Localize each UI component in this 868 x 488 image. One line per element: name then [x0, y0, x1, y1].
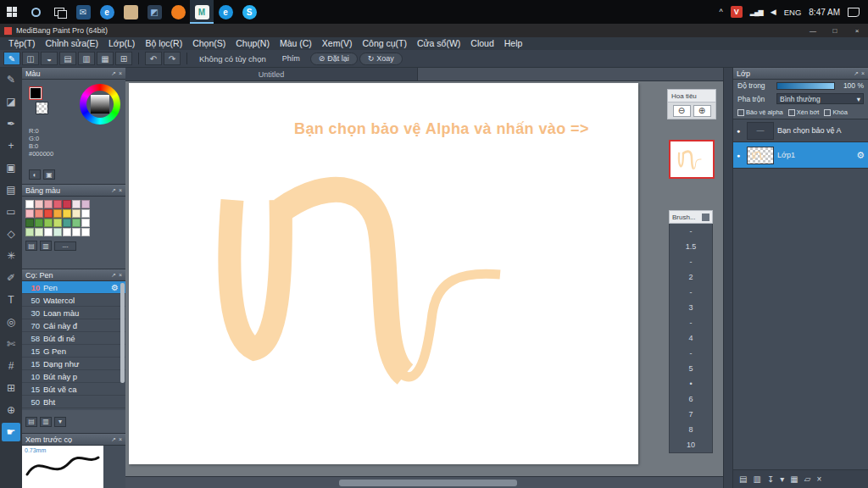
eraser-tool[interactable]: ◪: [2, 92, 20, 111]
taskbar-app-skype[interactable]: S: [237, 0, 261, 24]
palette-swatch[interactable]: [81, 200, 90, 208]
palette-swatch[interactable]: [81, 209, 90, 218]
grid-tool[interactable]: ⊞: [2, 379, 20, 397]
brush-item[interactable]: 30Loan màu: [22, 307, 125, 319]
float-panel-icon[interactable]: ↗: [111, 436, 116, 443]
palette-mode[interactable]: ◐: [29, 169, 41, 180]
maximize-button[interactable]: □: [824, 24, 846, 37]
grid-button[interactable]: ⊞: [115, 52, 132, 65]
rotate-button[interactable]: ↻ Xoay: [359, 53, 403, 65]
brush-options-button[interactable]: ✎: [3, 52, 20, 65]
menu-item[interactable]: Bộ lọc(R): [140, 37, 187, 50]
duplicate-layer-button[interactable]: ▥: [753, 474, 760, 484]
close-panel-icon[interactable]: ×: [119, 187, 122, 193]
redo-button[interactable]: ↷: [164, 52, 181, 65]
brush-menu[interactable]: ▾: [54, 417, 66, 427]
select-pen-tool[interactable]: ✐: [2, 269, 20, 287]
save-button[interactable]: ◫: [22, 52, 39, 65]
brush-size-option[interactable]: 6: [670, 391, 712, 407]
palette-swatch[interactable]: [63, 200, 71, 208]
foreground-color-chip[interactable]: [29, 86, 42, 100]
close-panel-icon[interactable]: ×: [119, 272, 122, 278]
comment-button[interactable]: ◒: [41, 52, 58, 65]
brush-settings-icon[interactable]: ⚙: [111, 283, 119, 292]
brush-size-option[interactable]: 3: [670, 300, 712, 315]
merge-layer-button[interactable]: ▾: [780, 474, 784, 484]
palette-swatch[interactable]: [25, 209, 34, 218]
menu-item[interactable]: Chọn(S): [187, 37, 231, 50]
saturation-square[interactable]: [91, 95, 109, 114]
close-panel-icon[interactable]: ×: [119, 436, 122, 442]
scissors-tool[interactable]: ✄: [2, 335, 20, 353]
palette-swatch[interactable]: [63, 209, 71, 218]
palette-swatch[interactable]: [35, 209, 43, 218]
layer-settings-icon[interactable]: ⚙: [856, 150, 865, 161]
undo-button[interactable]: ↶: [145, 52, 162, 65]
menu-item[interactable]: Cloud: [465, 37, 498, 50]
close-panel-icon[interactable]: ×: [119, 70, 122, 76]
menu-item[interactable]: Chụp(N): [231, 37, 275, 50]
palette-swatch[interactable]: [53, 200, 62, 208]
background-color-chip[interactable]: [36, 102, 48, 114]
menu-item[interactable]: Màu (C): [275, 37, 317, 50]
brush-item[interactable]: 15G Pen: [22, 345, 125, 358]
brush-list-scrollbar[interactable]: [120, 283, 125, 383]
eyedropper-tool[interactable]: ◎: [2, 313, 20, 331]
brush-size-option[interactable]: -: [670, 254, 712, 269]
key-button[interactable]: Phím: [274, 53, 309, 65]
brush-size-option[interactable]: -: [670, 315, 712, 330]
reset-button[interactable]: ⊘ Đặt lại: [310, 53, 358, 65]
palette-swatch[interactable]: [25, 219, 34, 227]
text-tool[interactable]: T: [2, 291, 20, 309]
new-layer-button[interactable]: ▤: [739, 474, 747, 484]
dock-divider[interactable]: [723, 68, 733, 488]
panel-scroll-button[interactable]: [702, 214, 709, 221]
magic-wand-tool[interactable]: ✳: [2, 247, 20, 265]
brush-item[interactable]: 15Bút vẽ ca: [22, 383, 125, 396]
taskbar-app-firefox[interactable]: [166, 0, 190, 24]
add-swatch[interactable]: ▤: [25, 241, 37, 251]
palette-swatch[interactable]: [81, 228, 90, 236]
brush-item[interactable]: 10Pen⚙: [22, 281, 125, 294]
add-brush[interactable]: ▤: [25, 417, 37, 427]
clipping-checkbox[interactable]: Xén bớt: [788, 108, 820, 116]
brush-item[interactable]: 10Bút này p: [22, 370, 125, 383]
material-button[interactable]: ▦: [790, 474, 798, 484]
menu-item[interactable]: Help: [499, 37, 528, 50]
palette-swatch[interactable]: [63, 219, 71, 227]
palette-swatch[interactable]: [25, 200, 34, 208]
picker-mode[interactable]: ▣: [43, 169, 55, 180]
palette-swatch[interactable]: [72, 228, 81, 236]
layer-visibility-toggle[interactable]: ●: [737, 128, 743, 134]
navigator-preview[interactable]: [669, 140, 715, 179]
palette-swatch[interactable]: [53, 209, 62, 218]
brush-tool[interactable]: ✎: [2, 70, 20, 89]
brush-size-option[interactable]: -: [670, 346, 712, 361]
document-tab[interactable]: Untitled: [125, 68, 418, 80]
task-view-button[interactable]: [47, 0, 71, 24]
layout-left-button[interactable]: ▤: [59, 52, 76, 65]
palette-swatch[interactable]: [44, 200, 53, 208]
brush-size-option[interactable]: 1.5: [670, 239, 712, 254]
taskbar-app-file-explorer[interactable]: [119, 0, 142, 24]
gradient-tool[interactable]: ▤: [2, 180, 20, 199]
layer-row[interactable]: ●Lớp1⚙: [733, 142, 868, 169]
menu-item[interactable]: Cửa sổ(W): [412, 37, 465, 50]
opacity-slider[interactable]: [776, 82, 835, 90]
search-button[interactable]: [24, 0, 47, 24]
lock-checkbox[interactable]: Khóa: [824, 108, 848, 116]
taskbar-app-edge[interactable]: e: [214, 0, 237, 24]
palette-swatch[interactable]: [53, 228, 62, 236]
palette-swatch[interactable]: [72, 200, 81, 208]
brush-item[interactable]: 70Cải này đ: [22, 319, 125, 332]
tray-app-badge[interactable]: V: [731, 6, 743, 18]
palette-swatch[interactable]: [44, 219, 53, 227]
select-rect-tool[interactable]: ▭: [2, 202, 20, 221]
zoom-out-button[interactable]: ⊖: [673, 105, 691, 117]
palette-swatch[interactable]: [35, 228, 43, 236]
folder-button[interactable]: ▱: [804, 474, 811, 484]
brush-size-option[interactable]: -: [670, 224, 712, 239]
layer-row[interactable]: ●—Bạn chọn bảo vệ A: [733, 119, 868, 142]
move-tool[interactable]: +: [2, 136, 20, 155]
menu-item[interactable]: Tệp(T): [3, 37, 41, 50]
